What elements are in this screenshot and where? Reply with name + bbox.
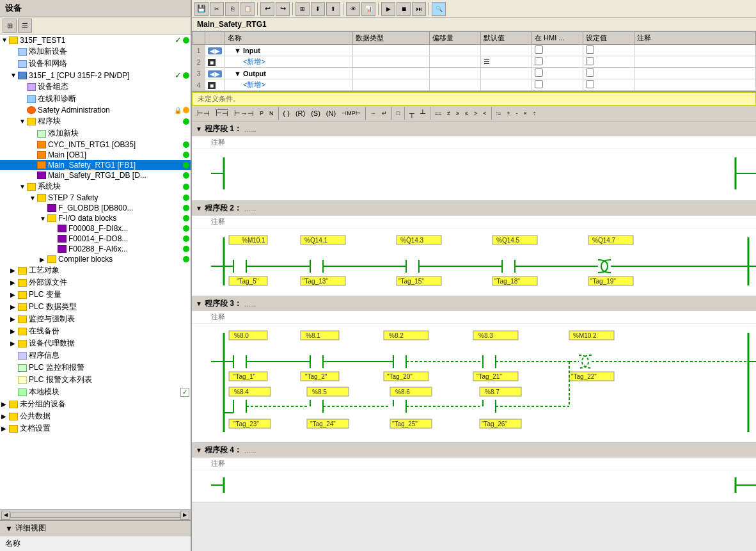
tb-redo-btn[interactable]: ↪ [276, 2, 290, 16]
setval-check-2[interactable] [586, 57, 594, 65]
tree-item-doc-settings[interactable]: ▶ 文档设置 [0, 422, 191, 435]
scroll-right-btn[interactable]: ▶ [180, 511, 189, 520]
tb-find-btn[interactable]: 🔍 [432, 2, 446, 16]
setval-check-3[interactable] [586, 68, 594, 77]
lad-coil-s-btn[interactable]: (S) [308, 108, 323, 118]
tree-item-cyc-int5[interactable]: ▶ CYC_INT5_RTG1 [OB35] [0, 140, 191, 150]
tree-item-ungroup[interactable]: ▶ 未分组的设备 [0, 398, 191, 410]
tree-item-ext-src[interactable]: ▶ 外部源文件 [0, 276, 191, 289]
lad-neq-btn[interactable]: ≠ [445, 109, 453, 118]
lad-coil-btn[interactable]: ( ) [281, 108, 292, 118]
tb-undo-btn[interactable]: ↩ [260, 2, 274, 16]
tb-copy-btn[interactable]: ⎘ [225, 2, 239, 16]
tree-item-add-block[interactable]: ▶ 添加新块 [0, 127, 191, 140]
lad-return-btn[interactable]: ↵ [379, 109, 390, 118]
lad-coil-r-btn[interactable]: (R) [293, 108, 308, 118]
segment-2-header[interactable]: ▼ 程序段 2： ...... [192, 201, 756, 216]
tree-item-system-blocks[interactable]: ▼ 系统块 [0, 180, 191, 193]
tree-item-prog-info[interactable]: ▶ 程序信息 [0, 349, 191, 362]
tb-save-btn[interactable]: 💾 [194, 2, 209, 16]
tree-item-compiler-blocks[interactable]: ▶ Compiler blocks [0, 254, 191, 264]
lad-contact-nc-btn[interactable]: ⊢⊣ [213, 108, 231, 119]
tree-item-f00014[interactable]: ▶ F00014_F-DO8... [0, 234, 191, 244]
h-scrollbar[interactable] [10, 513, 180, 518]
tree-item-online-diag[interactable]: ▶ 在线和诊断 [0, 93, 191, 105]
tree-item-online-backup[interactable]: ▶ 在线备份 [0, 325, 191, 337]
tree-item-main-safety[interactable]: ▶ Main_Safety_RTG1 [FB1] [0, 160, 191, 170]
lad-contact-open-btn[interactable]: ⊢→⊣ [232, 108, 256, 119]
tree-item-tech-objects[interactable]: ▶ 工艺对象 [0, 264, 191, 276]
list-view-button[interactable]: ☰ [18, 19, 32, 33]
detail-view-header[interactable]: ▼ 详细视图 [0, 521, 191, 536]
lad-gt-btn[interactable]: > [471, 109, 480, 118]
tb-view-btn[interactable]: 👁 [346, 2, 360, 16]
tb-monitor-btn[interactable]: 📊 [361, 2, 375, 16]
tree-item-plc-types[interactable]: ▶ PLC 数据类型 [0, 301, 191, 313]
tree-item-plc-monitor[interactable]: ▶ PLC 监控和报警 [0, 362, 191, 374]
segment-3-header[interactable]: ▼ 程序段 3： ...... [192, 296, 756, 311]
tree-item-main-safety-db[interactable]: ▶ Main_Safety_RTG1_DB [D... [0, 170, 191, 180]
tb-run-btn[interactable]: ▶ [381, 2, 395, 16]
segment-1-header[interactable]: ▼ 程序段 1： ...... [192, 122, 756, 136]
lad-lte-btn[interactable]: ≤ [462, 109, 471, 118]
row-name-2[interactable]: <新增> [225, 56, 353, 68]
tree-item-f-globdb[interactable]: ▶ F_GLOBDB [DB800... [0, 203, 191, 213]
lad-contact-no-btn[interactable]: ⊢⊣ [194, 108, 212, 119]
row-name-1[interactable]: ▼ Input [225, 45, 353, 56]
lad-box-btn[interactable]: □ [394, 109, 402, 118]
lad-jump-btn[interactable]: → [368, 109, 379, 118]
hmi-check-4[interactable] [535, 80, 543, 88]
lad-mul-btn[interactable]: × [521, 109, 530, 118]
lad-pos-edge-btn[interactable]: P [257, 109, 266, 118]
lad-gte-btn[interactable]: ≥ [453, 109, 462, 118]
tree-item-f00288[interactable]: ▶ F00288_F-AI6x... [0, 244, 191, 254]
tree-item-plc-vars[interactable]: ▶ PLC 变量 [0, 289, 191, 301]
tb-upload-btn[interactable]: ⬆ [326, 2, 340, 16]
hmi-check-1[interactable] [535, 45, 543, 54]
tree-item-common-data[interactable]: ▶ 公共数据 [0, 410, 191, 422]
tree-item-device-config[interactable]: ▶ 设备组态 [0, 81, 191, 93]
tree-item-local-modules[interactable]: ▶ 本地模块 ✓ [0, 386, 191, 398]
tree-item-root[interactable]: ▼ 315F_TEST1 ✓ [0, 35, 191, 45]
lad-open-branch-btn[interactable]: ┬ [407, 108, 417, 118]
setval-check-4[interactable] [586, 80, 594, 88]
tree-item-safety-admin[interactable]: ▶ Safety Administration 🔒 [0, 105, 191, 115]
lad-div-btn[interactable]: ÷ [530, 109, 539, 118]
lad-close-branch-btn[interactable]: ┴ [418, 108, 428, 118]
tree-item-monitor-force[interactable]: ▶ 监控与强制表 [0, 313, 191, 325]
setval-check-1[interactable] [586, 45, 594, 54]
tree-item-device-proxy[interactable]: ▶ 设备代理数据 [0, 337, 191, 349]
tb-compile-btn[interactable]: ⊞ [295, 2, 310, 16]
lad-neg-edge-btn[interactable]: N [267, 109, 276, 118]
lad-add-btn[interactable]: + [504, 109, 512, 118]
lad-coil-not-btn[interactable]: (N) [324, 108, 338, 118]
lad-coil-mp-btn[interactable]: ⊣MP⊢ [339, 109, 363, 118]
segment-4-header[interactable]: ▼ 程序段 4： ...... [192, 443, 756, 458]
tb-cut-btn[interactable]: ✂ [210, 2, 224, 16]
tree-item-fio-blocks[interactable]: ▼ F-I/O data blocks [0, 213, 191, 223]
tb-step-btn[interactable]: ⏭ [412, 2, 426, 16]
hmi-check-2[interactable] [535, 57, 543, 65]
lad-eq-btn[interactable]: == [432, 109, 445, 118]
tree-item-f00008[interactable]: ▶ F00008_F-DI8x... [0, 223, 191, 234]
tree-item-step7-safety[interactable]: ▼ STEP 7 Safety [0, 193, 191, 203]
hmi-check-3[interactable] [535, 68, 543, 77]
lad-sub-btn[interactable]: - [514, 109, 521, 118]
row-name-4[interactable]: <新增> [225, 79, 353, 91]
grid-view-button[interactable]: ⊞ [3, 19, 17, 33]
lad-move-btn[interactable]: := [494, 109, 504, 118]
tree-item-network[interactable]: ▶ 设备和网络 [0, 58, 191, 70]
tb-download-btn[interactable]: ⬇ [311, 2, 325, 16]
tb-stop-btn[interactable]: ⏹ [397, 2, 411, 16]
lad-lt-btn[interactable]: < [480, 109, 489, 118]
tree-item-main-ob1[interactable]: ▶ Main [OB1] [0, 150, 191, 160]
folder-icon-fio [47, 214, 56, 222]
h-scroll-left[interactable]: ◀ ▶ [0, 509, 191, 520]
tb-paste-btn[interactable]: 📋 [240, 2, 255, 16]
scroll-left-btn[interactable]: ◀ [1, 511, 10, 520]
tree-item-cpu[interactable]: ▼ 315F_1 [CPU 315F-2 PN/DP] ✓ [0, 70, 191, 81]
tree-item-plc-text[interactable]: ▶ PLC 报警文本列表 [0, 374, 191, 386]
row-name-3[interactable]: ▼ Output [225, 68, 353, 79]
tree-item-program-blocks[interactable]: ▼ 程序块 [0, 115, 191, 127]
tree-item-add-device[interactable]: ▶ 添加新设备 [0, 45, 191, 58]
